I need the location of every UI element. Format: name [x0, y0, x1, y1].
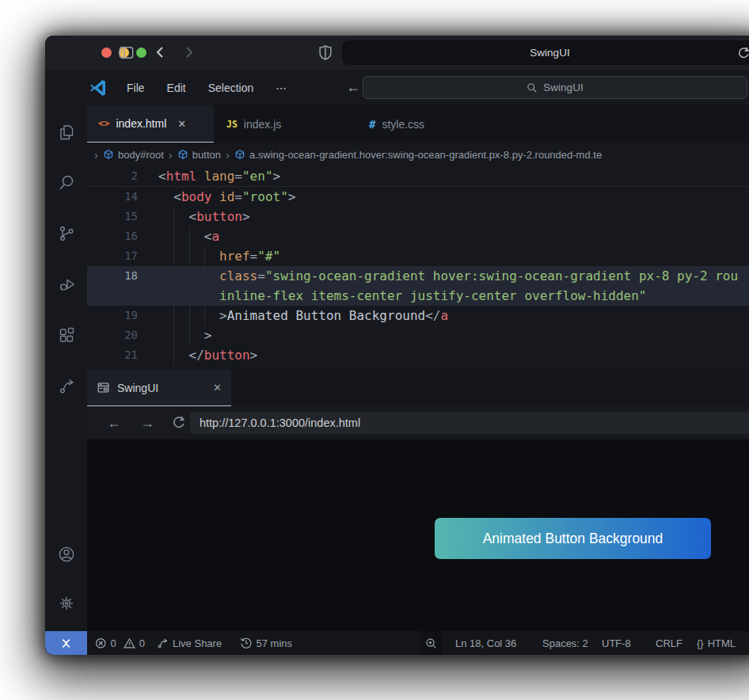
browser-window: SwingUI File Edit Selection ⋯ ← → [45, 36, 749, 655]
tab-label: index.html [116, 117, 166, 130]
browser-preview-icon [97, 381, 110, 394]
code-editor[interactable]: 2<html lang="en"> 14 <body id="root">15 … [87, 166, 749, 370]
account-icon[interactable] [57, 545, 76, 564]
sticky-scroll-line[interactable]: 2<html lang="en"> [87, 166, 749, 187]
vscode-titlebar: File Edit Selection ⋯ ← → SwingUI [45, 70, 749, 105]
privacy-shield-icon[interactable] [317, 43, 334, 63]
sticky-scroll-line[interactable]: 2<html lang="en"> [87, 166, 749, 187]
code-text: <body id="root"> [158, 187, 749, 207]
animated-gradient-button[interactable]: Animated Button Background [435, 518, 711, 559]
line-number [87, 286, 158, 306]
chevron-right-icon: › [94, 148, 98, 162]
code-line[interactable]: 15 <button> [87, 207, 749, 226]
settings-gear-icon[interactable] [57, 594, 76, 613]
line-number: 15 [87, 207, 158, 226]
indent-guide [204, 246, 205, 325]
live-share-status[interactable]: Live Share [156, 631, 222, 655]
breadcrumb-item[interactable]: a.swing-ocean-gradient.hover:swing-ocean… [249, 149, 602, 161]
language-mode[interactable]: {} HTML [697, 631, 736, 655]
status-bar: 0 0 Live Share 57 mins Ln 18, Col 36 Spa… [45, 631, 749, 655]
extensions-icon[interactable] [57, 325, 76, 344]
simple-browser-toolbar: ← → http://127.0.0.1:3000/index.html [87, 406, 749, 439]
close-panel-tab-icon[interactable]: ✕ [213, 382, 222, 394]
editor-tab-bar: <> index.html ✕ JS index.js # style.css [87, 105, 749, 143]
go-back-icon[interactable]: ← [346, 79, 360, 96]
line-number: 19 [87, 306, 158, 325]
encoding-setting[interactable]: UTF-8 [602, 631, 631, 655]
close-window-button[interactable] [101, 48, 112, 58]
breadcrumb-item[interactable]: button [192, 149, 221, 161]
breadcrumb-item[interactable]: body#root [118, 149, 164, 161]
preview-url-input[interactable]: http://127.0.0.1:3000/index.html [190, 412, 749, 434]
browser-preview-content: Animated Button Background [87, 439, 749, 631]
menu-selection[interactable]: Selection [200, 78, 262, 97]
vscode-logo-icon [89, 78, 108, 97]
chevron-right-icon: › [226, 148, 230, 162]
warning-count: 0 [139, 637, 145, 649]
desktop-background: SwingUI File Edit Selection ⋯ ← → [0, 0, 749, 700]
indent-guide [173, 207, 174, 365]
code-line[interactable]: 18 class="swing-ocean-gradient hover:swi… [87, 266, 749, 286]
search-icon[interactable] [57, 173, 76, 192]
explorer-icon[interactable] [57, 123, 76, 142]
error-icon [95, 637, 107, 649]
history-clock-icon [240, 637, 253, 649]
tab-simple-browser[interactable]: SwingUI ✕ [87, 370, 231, 406]
code-text: <a [158, 226, 749, 246]
problems-indicator[interactable]: 0 0 [95, 631, 145, 655]
cursor-position[interactable]: Ln 18, Col 36 [455, 631, 516, 655]
symbol-cube-icon [177, 149, 188, 160]
breadcrumb: › body#root › button › a.swing-ocean-gra… [87, 143, 749, 166]
browser-back-button[interactable] [154, 45, 168, 59]
timer-status[interactable]: 57 mins [240, 631, 292, 655]
code-text: > [158, 325, 749, 345]
eol-setting[interactable]: CRLF [656, 631, 682, 655]
live-share-icon[interactable] [57, 376, 76, 395]
indent-guide [189, 226, 190, 345]
address-bar[interactable]: SwingUI [342, 40, 749, 65]
code-line[interactable]: 19 >Animated Button Background</a [87, 306, 749, 325]
preview-forward-icon[interactable]: → [140, 413, 154, 432]
tab-label: index.js [244, 118, 281, 131]
live-share-icon [156, 637, 169, 649]
code-line[interactable]: 20 > [87, 325, 749, 345]
zoom-status[interactable] [420, 631, 442, 655]
browser-forward-button[interactable] [181, 45, 196, 59]
html-file-icon: <> [98, 118, 109, 129]
code-line[interactable]: 21 </button> [87, 345, 749, 365]
timer-label: 57 mins [257, 637, 293, 649]
tab-style-css[interactable]: # style.css [358, 105, 435, 143]
source-control-icon[interactable] [57, 224, 76, 243]
line-number: 17 [87, 246, 158, 266]
command-center-search[interactable]: SwingUI [363, 76, 747, 99]
panel-tab-label: SwingUI [117, 382, 158, 394]
close-tab-icon[interactable]: ✕ [177, 118, 186, 130]
code-line[interactable]: 17 href="#" [87, 246, 749, 266]
line-number: 18 [87, 266, 158, 286]
code-lines[interactable]: 14 <body id="root">15 <button>16 <a17 hr… [87, 187, 749, 365]
indentation-setting[interactable]: Spaces: 2 [542, 631, 588, 655]
js-file-icon: JS [226, 119, 238, 130]
language-label: HTML [708, 637, 736, 649]
code-line[interactable]: 16 <a [87, 226, 749, 246]
sidebar-toggle-icon[interactable] [117, 44, 135, 62]
line-number: 21 [87, 345, 158, 365]
symbol-cube-icon [234, 149, 245, 160]
run-debug-icon[interactable] [57, 275, 76, 294]
tab-index-html[interactable]: <> index.html ✕ [87, 105, 214, 143]
command-center-label: SwingUI [543, 82, 583, 93]
code-line[interactable]: inline-flex items-center justify-center … [87, 286, 749, 306]
search-icon [527, 82, 538, 93]
panel-tab-bar: SwingUI ✕ [87, 370, 749, 406]
menu-overflow[interactable]: ⋯ [268, 78, 295, 97]
remote-indicator[interactable] [45, 631, 87, 655]
zoom-window-button[interactable] [136, 48, 146, 58]
preview-reload-icon[interactable] [171, 414, 186, 429]
preview-back-icon[interactable]: ← [107, 413, 121, 432]
code-line[interactable]: 14 <body id="root"> [87, 187, 749, 207]
tab-index-js[interactable]: JS index.js [215, 105, 329, 143]
menu-file[interactable]: File [119, 78, 153, 97]
menu-edit[interactable]: Edit [159, 78, 194, 97]
activity-bar [45, 105, 87, 631]
reload-page-icon[interactable] [736, 45, 749, 59]
